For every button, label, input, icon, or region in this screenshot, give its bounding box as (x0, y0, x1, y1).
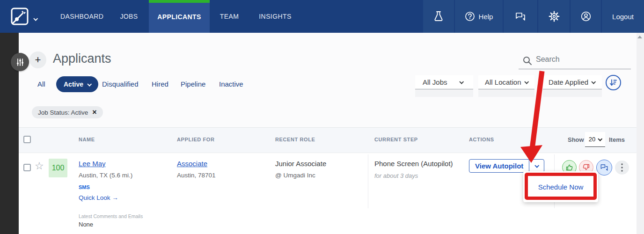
conversation-button[interactable] (596, 160, 612, 176)
chevron-down-icon (535, 163, 540, 168)
latest-comments-value: None (79, 221, 93, 228)
sort-button[interactable] (606, 75, 621, 90)
thumbs-up-icon (565, 163, 573, 171)
search-input[interactable] (536, 55, 627, 64)
tab-pipeline[interactable]: Pipeline (181, 80, 205, 88)
column-header-current-step: CURRENT STEP (374, 137, 418, 142)
search-field[interactable] (519, 53, 631, 69)
gear-icon (549, 11, 560, 22)
items-label: Items (609, 136, 625, 143)
tab-hired[interactable]: Hired (152, 80, 168, 88)
current-step-duration: for about 3 days (374, 172, 418, 179)
column-header-actions: ACTIONS (469, 137, 494, 142)
tab-inactive[interactable]: Inactive (219, 80, 243, 88)
applied-for-location: Austin, 78701 (177, 172, 216, 179)
filter-all-location[interactable]: All Location (478, 75, 534, 89)
scrollbar-up-arrow[interactable] (637, 36, 642, 38)
chevron-down-icon (598, 137, 602, 141)
show-label: Show (568, 136, 584, 143)
chevron-down-icon (591, 80, 596, 84)
sms-badge[interactable]: SMS (79, 184, 90, 190)
column-header-recent-role: RECENT ROLE (275, 137, 315, 142)
navbar-right-actions: Help (422, 0, 644, 33)
match-score-badge: 100 (49, 159, 67, 177)
chevron-down-icon (524, 80, 529, 84)
help-label: Help (479, 13, 493, 21)
flask-icon (433, 11, 444, 22)
sort-descending-icon (609, 78, 618, 87)
logout-button[interactable]: Logout (601, 0, 644, 33)
column-header-name: NAME (79, 137, 95, 142)
more-options-button[interactable] (615, 161, 629, 175)
current-step: Phone Screen (Autopilot) (374, 160, 453, 168)
nav-item-jobs[interactable]: JOBS (118, 0, 139, 33)
filter-all-jobs-label: All Jobs (423, 78, 447, 86)
column-divider (368, 154, 368, 208)
recent-role-company: @ Umgadi Inc (275, 172, 315, 179)
view-autopilot-dropdown-toggle[interactable] (529, 160, 544, 172)
chat-icon (514, 11, 527, 22)
applied-for-link[interactable]: Associate (177, 160, 207, 168)
nav-item-team[interactable]: TEAM (218, 0, 241, 33)
tab-all[interactable]: All (37, 80, 45, 88)
account-button[interactable] (570, 0, 601, 33)
applicant-location: Austin, TX (5.6 mi.) (79, 172, 132, 179)
filter-date-applied-label: Date Applied (549, 78, 588, 86)
add-applicant-button[interactable]: + (29, 51, 46, 68)
brand-logo[interactable] (10, 7, 29, 26)
nav-item-insights[interactable]: INSIGHTS (258, 0, 292, 33)
page-size-value: 20 (589, 136, 595, 143)
nav-item-applicants[interactable]: APPLICANTS (149, 0, 210, 33)
tab-active-label: Active (64, 80, 83, 88)
view-autopilot-label[interactable]: View Autopilot (469, 160, 529, 172)
applicants-screen: DASHBOARD JOBS APPLICANTS TEAM INSIGHTS … (0, 0, 644, 234)
filter-tag-label: Job Status: Active (38, 109, 88, 116)
experiments-button[interactable] (422, 0, 454, 33)
filter-tag-job-status[interactable]: Job Status: Active × (32, 106, 103, 118)
star-icon[interactable]: ☆ (35, 160, 44, 172)
filter-all-location-label: All Location (485, 78, 521, 86)
menu-item-schedule-now[interactable]: Schedule Now (523, 171, 598, 202)
nav-item-dashboard[interactable]: DASHBOARD (60, 0, 99, 33)
chevron-down-icon (87, 81, 92, 86)
page-title: Applicants (53, 51, 111, 66)
autopilot-dropdown-menu: Schedule Now (523, 171, 598, 202)
recent-role: Junior Associate (275, 160, 326, 168)
filter-shade (415, 90, 473, 97)
chat-bubbles-icon (600, 163, 609, 172)
filter-tag-close-icon[interactable]: × (92, 109, 96, 116)
scrollbar-track[interactable] (637, 33, 644, 234)
vertical-dots-icon (621, 163, 623, 172)
help-icon (465, 11, 475, 22)
help-button[interactable]: Help (454, 0, 503, 33)
tab-active-selected[interactable]: Active (56, 76, 98, 92)
top-navbar: DASHBOARD JOBS APPLICANTS TEAM INSIGHTS … (0, 0, 644, 33)
filter-shade (478, 90, 534, 97)
account-icon (580, 11, 592, 22)
column-header-applied-for: APPLIED FOR (177, 137, 215, 142)
select-all-checkbox[interactable] (23, 136, 31, 143)
filters-fab-button[interactable] (11, 53, 29, 71)
applicant-name-link[interactable]: Lee May (79, 160, 106, 168)
row-checkbox[interactable] (23, 164, 31, 171)
view-autopilot-split-button[interactable]: View Autopilot (469, 159, 544, 173)
logout-label: Logout (612, 13, 634, 21)
page-size-select[interactable]: 20 (585, 132, 605, 147)
filter-all-jobs[interactable]: All Jobs (415, 75, 473, 89)
thumbs-down-icon (582, 163, 590, 171)
filter-shade (543, 90, 602, 97)
sliders-icon (15, 58, 25, 67)
tab-disqualified[interactable]: Disqualified (102, 80, 139, 88)
chevron-down-icon (459, 80, 464, 84)
breezy-logo-icon (10, 7, 29, 26)
quick-look-link[interactable]: Quick Look → (79, 194, 118, 201)
settings-button[interactable] (537, 0, 570, 33)
latest-comments-label: Latest Comments and Emails (79, 213, 143, 219)
messages-button[interactable] (503, 0, 537, 33)
table-header (19, 127, 637, 153)
brand-chevron-down-icon[interactable] (34, 14, 37, 22)
search-icon (522, 56, 533, 66)
filter-date-applied[interactable]: Date Applied (543, 75, 602, 89)
